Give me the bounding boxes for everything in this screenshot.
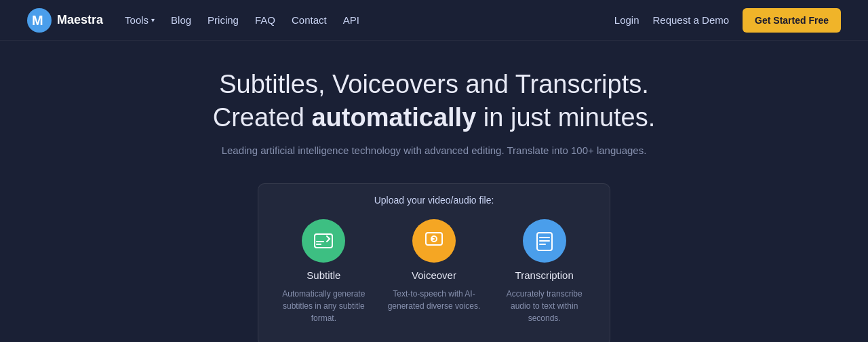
voiceover-label: Voiceover xyxy=(412,269,456,281)
logo-text: Maestra xyxy=(57,13,103,27)
subtitle-label: Subtitle xyxy=(307,269,340,281)
get-started-button[interactable]: Get Started Free xyxy=(743,8,841,33)
logo-icon: M xyxy=(27,8,52,33)
subtitle-desc: Automatically generate subtitles in any … xyxy=(276,288,371,324)
hero-title: Subtitles, Voiceovers and Transcripts. C… xyxy=(14,68,854,135)
nav-tools[interactable]: Tools ▾ xyxy=(125,14,155,26)
transcription-desc: Accurately transcribe audio to text with… xyxy=(497,288,592,324)
voiceover-icon xyxy=(424,231,444,251)
voiceover-option[interactable]: Voiceover Text-to-speech with AI-generat… xyxy=(382,219,486,312)
login-link[interactable]: Login xyxy=(614,14,639,26)
upload-panel: Upload your video/audio file: Subtitle A… xyxy=(258,183,610,342)
transcription-icon xyxy=(534,231,555,251)
navbar: M Maestra Tools ▾ Blog Pricing FAQ Conta… xyxy=(0,0,868,41)
transcription-label: Transcription xyxy=(515,269,574,281)
subtitle-icon-circle xyxy=(302,219,345,263)
upload-options: Subtitle Automatically generate subtitle… xyxy=(272,219,596,324)
nav-blog[interactable]: Blog xyxy=(171,14,191,26)
request-demo-link[interactable]: Request a Demo xyxy=(653,14,730,26)
hero-section: Subtitles, Voiceovers and Transcripts. C… xyxy=(0,41,868,170)
svg-rect-11 xyxy=(539,244,546,245)
subtitle-icon xyxy=(313,231,334,251)
nav-contact[interactable]: Contact xyxy=(292,14,327,26)
hero-subtitle: Leading artificial intelligence technolo… xyxy=(14,145,854,156)
nav-faq[interactable]: FAQ xyxy=(255,14,275,26)
voiceover-desc: Text-to-speech with AI-generated diverse… xyxy=(387,288,481,312)
nav-left: M Maestra Tools ▾ Blog Pricing FAQ Conta… xyxy=(27,8,359,33)
logo[interactable]: M Maestra xyxy=(27,8,103,33)
transcription-icon-circle xyxy=(523,219,566,263)
svg-rect-9 xyxy=(539,237,550,238)
nav-pricing[interactable]: Pricing xyxy=(208,14,239,26)
chevron-down-icon: ▾ xyxy=(151,16,155,24)
upload-label: Upload your video/audio file: xyxy=(272,195,596,206)
svg-text:M: M xyxy=(32,13,43,28)
transcription-option[interactable]: Transcription Accurately transcribe audi… xyxy=(492,219,596,324)
voiceover-icon-circle xyxy=(412,219,456,263)
nav-links: Tools ▾ Blog Pricing FAQ Contact API xyxy=(125,14,359,26)
nav-api[interactable]: API xyxy=(343,14,359,26)
nav-right: Login Request a Demo Get Started Free xyxy=(614,8,841,33)
svg-marker-7 xyxy=(432,238,435,240)
svg-rect-4 xyxy=(316,244,321,245)
subtitle-option[interactable]: Subtitle Automatically generate subtitle… xyxy=(272,219,376,324)
svg-rect-3 xyxy=(316,241,324,242)
svg-rect-10 xyxy=(539,240,550,242)
